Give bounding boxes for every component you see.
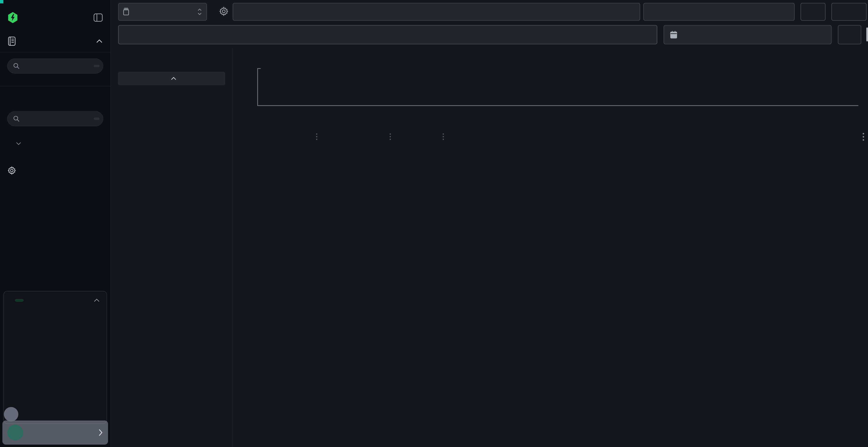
results-content [233,48,868,447]
create-dashboard-button[interactable] [0,90,111,105]
event-search-input[interactable] [124,30,637,39]
filter-panel [111,48,233,447]
database-icon [123,8,130,16]
main-area [111,0,868,447]
search-nav-icon [7,36,17,46]
updown-chevron-icon [197,8,203,16]
saved-dashboards-input[interactable] [24,114,90,123]
source-settings-gear-icon[interactable] [219,6,229,16]
drag-handle-icon[interactable] [443,133,444,140]
select-query-input[interactable] [233,3,640,21]
chevron-down-icon [16,142,22,145]
chevron-up-icon[interactable] [93,298,100,303]
help-button[interactable] [4,407,18,421]
no-saved-dashboards-note [0,126,111,135]
logo-row [0,0,111,24]
calendar-icon [670,31,678,39]
less-filters-button[interactable] [118,72,225,85]
hyperdx-logo-icon [7,11,18,24]
sidebar-collapse-icon[interactable] [93,13,103,22]
event-search-bar[interactable] [118,25,657,44]
user-menu[interactable] [2,420,108,445]
order-by-input[interactable] [643,3,795,21]
search-icon [13,115,20,122]
shortcut-badge [94,65,100,67]
patterns-table-header [233,126,868,139]
source-select[interactable] [118,3,207,21]
drag-handle-icon[interactable] [390,133,391,140]
drag-handle-icon[interactable] [316,133,317,140]
hyperdx-app [0,0,868,447]
presets-header[interactable] [0,135,111,147]
get-started-progress-badge [15,299,24,302]
sidebar-item-team-settings[interactable] [0,163,111,178]
patterns-table [233,126,868,139]
sidebar [0,0,111,447]
shortcut-badge [94,117,100,120]
table-menu-icon[interactable] [863,133,864,141]
get-started-card [3,291,107,424]
alerts-button[interactable] [831,3,867,21]
scrollbar-thumb[interactable] [866,28,868,41]
saved-searches-input[interactable] [24,62,90,70]
saved-searches-search[interactable] [7,59,103,73]
histogram-plot [257,68,858,106]
chevron-up-icon[interactable] [95,39,103,44]
avatar [7,424,23,441]
date-range-picker[interactable] [663,25,832,44]
sidebar-item-search[interactable] [0,34,111,48]
gear-icon [7,166,17,175]
chevron-right-icon [98,428,103,437]
saved-dashboards-search[interactable] [7,111,103,126]
divider [0,86,111,86]
results-histogram[interactable] [241,65,858,121]
search-icon [13,62,20,70]
save-button[interactable] [801,3,826,21]
run-query-button[interactable] [838,25,861,44]
no-saved-searches-note [0,73,111,82]
